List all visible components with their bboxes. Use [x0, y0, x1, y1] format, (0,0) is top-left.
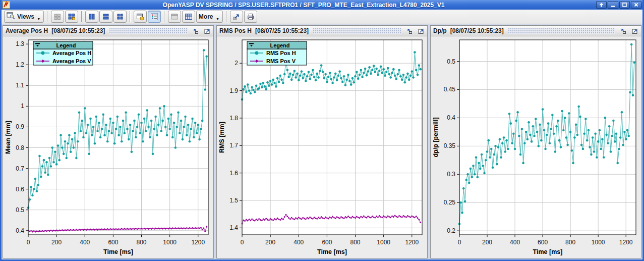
- window-gray-icon: [170, 13, 179, 21]
- toolbar-separator: [164, 11, 165, 22]
- chart-dpp[interactable]: 0200400600800100012000.20.250.30.350.40.…: [431, 36, 641, 258]
- toolbar-separator: [130, 11, 131, 22]
- export-button[interactable]: [230, 11, 243, 23]
- svg-text:400: 400: [510, 239, 520, 246]
- plot-background: [28, 40, 208, 235]
- svg-text:0.4: 0.4: [16, 227, 24, 234]
- svg-text:Legend: Legend: [56, 42, 76, 48]
- svg-text:200: 200: [482, 239, 492, 246]
- maximize-button[interactable]: [619, 1, 630, 9]
- split-columns-button[interactable]: [85, 11, 98, 23]
- svg-text:0.25: 0.25: [444, 199, 456, 206]
- app-logo-icon: [2, 1, 11, 9]
- collapse-panel-icon[interactable]: [192, 27, 200, 35]
- chart-panels-container: Average Pos H[08/07/25 10:55:23]: [2, 24, 642, 259]
- legend-toggle-button[interactable]: [148, 11, 161, 23]
- legend-shade-icon: [35, 43, 40, 44]
- plot-background: [242, 40, 422, 235]
- svg-text:0.7: 0.7: [16, 165, 24, 172]
- legend: LegendAverage Pos HAverage Pos V: [33, 41, 93, 65]
- layout-grid-button[interactable]: [65, 11, 78, 23]
- svg-text:1.7: 1.7: [229, 142, 238, 149]
- svg-text:Average Pos V: Average Pos V: [52, 58, 91, 64]
- chart-area-dpp: 0200400600800100012000.20.250.30.350.40.…: [431, 36, 641, 258]
- app-window: OpenYASP DV SPSRING / SPS.USER.SFTPRO1 /…: [0, 0, 644, 261]
- panel-title: Dp/p[08/07/25 10:55:23]: [433, 27, 504, 34]
- toolbar-separator: [81, 11, 82, 22]
- svg-text:0.8: 0.8: [16, 144, 24, 151]
- close-button[interactable]: [631, 1, 641, 9]
- panel-drag-texture[interactable]: [313, 28, 401, 34]
- svg-text:0: 0: [458, 239, 461, 246]
- table-disabled-button[interactable]: [168, 11, 181, 23]
- table-view-button[interactable]: [182, 11, 195, 23]
- svg-text:2: 2: [235, 60, 238, 67]
- svg-text:400: 400: [294, 239, 304, 246]
- split-columns-icon: [88, 13, 96, 21]
- svg-text:1.5: 1.5: [229, 197, 238, 204]
- svg-text:800: 800: [565, 239, 575, 246]
- y-axis-title: dp/p [permill]: [432, 117, 439, 157]
- svg-text:1.6: 1.6: [229, 170, 238, 177]
- chart-properties-button[interactable]: [134, 11, 147, 23]
- detach-panel-icon[interactable]: [203, 27, 211, 35]
- layout-single-button[interactable]: [51, 11, 64, 23]
- legend: LegendRMS Pos HRMS Pos V: [247, 41, 307, 65]
- y-axis-title: Mean [mm]: [5, 121, 12, 154]
- svg-text:1200: 1200: [191, 239, 205, 246]
- chart-rms-pos-h[interactable]: LegendRMS Pos HRMS Pos V0200400600800100…: [217, 36, 427, 258]
- collapse-panel-icon[interactable]: [405, 27, 414, 35]
- svg-text:Legend: Legend: [270, 42, 289, 48]
- toolbar-separator: [47, 11, 48, 22]
- views-button[interactable]: Views ▾: [4, 11, 44, 23]
- svg-text:RMS Pos V: RMS Pos V: [266, 58, 296, 64]
- svg-text:600: 600: [538, 239, 548, 246]
- svg-text:1.8: 1.8: [229, 115, 238, 122]
- minimize-button[interactable]: [608, 1, 618, 9]
- panel-title: Average Pos H[08/07/25 10:55:23]: [6, 27, 105, 34]
- svg-text:1: 1: [21, 102, 24, 110]
- svg-text:1200: 1200: [405, 239, 419, 246]
- more-dropdown-icon: ▾: [217, 17, 219, 21]
- svg-text:Average Pos H: Average Pos H: [52, 50, 91, 56]
- svg-text:800: 800: [137, 239, 147, 246]
- svg-text:200: 200: [51, 239, 62, 246]
- panel-drag-texture[interactable]: [508, 28, 615, 34]
- layout-2x2-gray-icon: [53, 13, 62, 21]
- svg-text:1000: 1000: [592, 239, 605, 246]
- panel-dpp: Dp/p[08/07/25 10:55:23] 0200: [430, 25, 641, 258]
- detach-panel-icon[interactable]: [630, 27, 638, 35]
- toolbar-separator: [226, 11, 227, 22]
- panel-header[interactable]: RMS Pos H[08/07/25 10:55:23]: [217, 26, 427, 36]
- print-icon: [247, 13, 255, 21]
- chart-area-average-pos-h: LegendAverage Pos HAverage Pos V02004006…: [3, 36, 213, 258]
- legend-list-icon: [150, 13, 158, 21]
- panel-header[interactable]: Dp/p[08/07/25 10:55:23]: [431, 26, 641, 36]
- svg-text:600: 600: [322, 239, 332, 246]
- views-magnifier-icon: [7, 12, 15, 22]
- svg-text:0.5: 0.5: [447, 58, 455, 65]
- window-title: OpenYASP DV SPSRING / SPS.USER.SFTPRO1 /…: [12, 2, 595, 9]
- print-button[interactable]: [244, 11, 257, 23]
- window-titlebar[interactable]: OpenYASP DV SPSRING / SPS.USER.SFTPRO1 /…: [2, 0, 642, 10]
- collapse-panel-icon[interactable]: [619, 27, 627, 35]
- svg-text:1.9: 1.9: [229, 87, 238, 94]
- panel-header[interactable]: Average Pos H[08/07/25 10:55:23]: [3, 26, 213, 36]
- svg-text:0.35: 0.35: [444, 142, 456, 149]
- more-label: More: [199, 13, 213, 20]
- detach-panel-icon[interactable]: [417, 27, 425, 35]
- svg-text:0.9: 0.9: [16, 123, 24, 130]
- export-arrow-icon: [232, 13, 241, 21]
- split-rows-button[interactable]: [99, 11, 112, 23]
- panel-drag-texture[interactable]: [109, 28, 188, 34]
- svg-text:RMS Pos H: RMS Pos H: [266, 50, 296, 56]
- x-axis-title: Time [ms]: [317, 248, 347, 255]
- svg-text:1.4: 1.4: [229, 224, 238, 231]
- svg-text:200: 200: [265, 239, 275, 246]
- restore-button[interactable]: [596, 1, 607, 9]
- more-button[interactable]: More ▾: [196, 11, 223, 23]
- split-rows-icon: [102, 13, 110, 21]
- chart-average-pos-h[interactable]: LegendAverage Pos HAverage Pos V02004006…: [3, 36, 213, 258]
- svg-text:1000: 1000: [163, 239, 177, 246]
- split-grid-button[interactable]: [113, 11, 127, 23]
